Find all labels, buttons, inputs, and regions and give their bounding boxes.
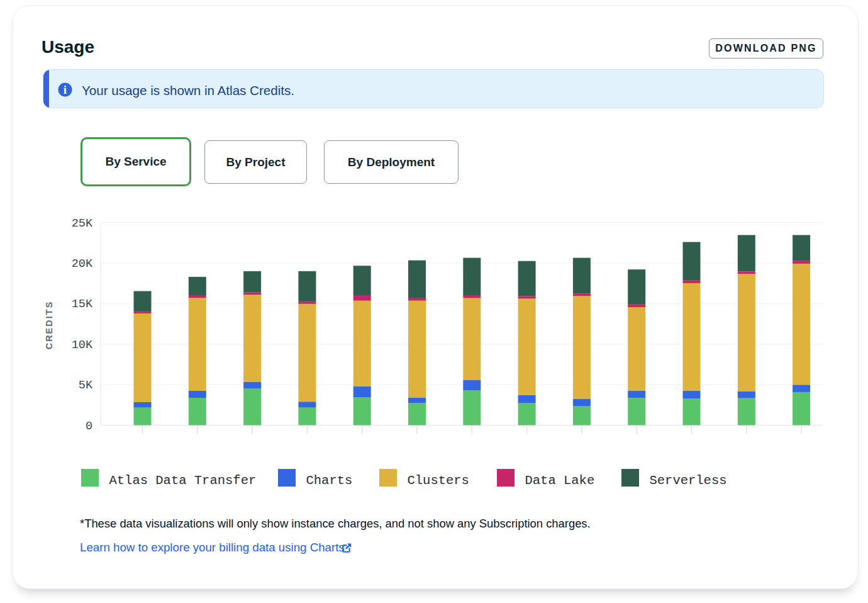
svg-text:0: 0: [86, 420, 92, 433]
svg-text:Charts: Charts: [306, 473, 353, 488]
svg-text:Atlas Data Transfer: Atlas Data Transfer: [109, 473, 257, 488]
svg-text:20K: 20K: [72, 257, 93, 271]
svg-text:Serverless: Serverless: [650, 473, 727, 488]
svg-text:25K: 25K: [72, 217, 93, 230]
svg-text:5K: 5K: [79, 379, 93, 392]
svg-text:Data Lake: Data Lake: [525, 473, 595, 488]
svg-text:10K: 10K: [72, 339, 93, 352]
svg-text:15K: 15K: [72, 298, 93, 311]
svg-text:CREDITS: CREDITS: [44, 301, 54, 350]
svg-text:Clusters: Clusters: [408, 473, 469, 488]
